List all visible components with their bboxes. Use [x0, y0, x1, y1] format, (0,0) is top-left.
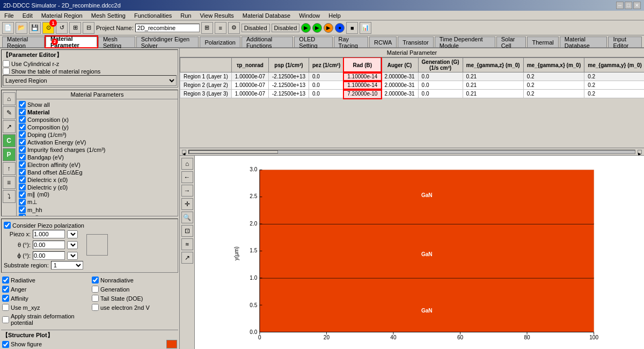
maximize-button[interactable]: □ [625, 2, 632, 9]
mp-item-checkbox-11[interactable] [19, 191, 26, 198]
tab-material-parameter[interactable]: Material Parameter2 [46, 37, 97, 47]
icon-arrow-up-btn[interactable]: ↑ [3, 162, 16, 175]
plot-back-btn[interactable]: ← [181, 171, 193, 183]
menu-item-edit[interactable]: Edit [20, 12, 35, 19]
zoom-button[interactable]: ⊞ [69, 22, 81, 34]
run-button-3[interactable]: ▶ [324, 23, 333, 33]
menu-item-material-database[interactable]: Material Database [240, 12, 292, 19]
save-file-button[interactable]: 💾 [29, 22, 41, 34]
phi-select[interactable]: ↕ [67, 252, 78, 260]
menu-item-help[interactable]: Help [326, 12, 343, 19]
menu-item-mesh-setting[interactable]: Mesh Setting [89, 12, 128, 19]
grid-button[interactable]: ⊟ [83, 22, 94, 34]
strain-checkbox[interactable] [2, 316, 9, 323]
mp-item-checkbox-1[interactable] [19, 116, 26, 123]
project-name-input[interactable] [135, 24, 200, 32]
electron-2nd-checkbox[interactable] [92, 304, 99, 311]
tab-schrödinger-eigen-solver[interactable]: Schrödinger Eigen Solver [136, 37, 199, 47]
stop-button[interactable]: ■ [346, 22, 358, 34]
plot-home-btn[interactable]: ⌂ [181, 158, 193, 170]
plot-zoom-btn[interactable]: 🔍 [181, 212, 193, 223]
mp-item-checkbox-3[interactable] [19, 131, 26, 138]
disabled-button-2[interactable]: Disabled [272, 24, 300, 32]
theta-input[interactable] [33, 241, 65, 249]
scroll-left-btn[interactable]: ◂ [182, 150, 186, 154]
menu-item-run[interactable]: Run [178, 12, 193, 19]
phi-input[interactable] [33, 251, 65, 260]
table-row[interactable]: Region 1 (Layer 1)1.00000e-07-2.12500e+1… [180, 72, 645, 81]
tab-mesh-setting[interactable]: Mesh Setting [98, 37, 135, 47]
icon-export-btn[interactable]: ⤵ [3, 190, 16, 203]
tab-additional-functions[interactable]: Additional Functions [241, 37, 293, 47]
refresh-button[interactable]: ↺ [56, 22, 68, 34]
icon-pencil-btn[interactable]: ✎ [3, 106, 16, 119]
tab-solar-cell[interactable]: Solar Cell [496, 37, 526, 47]
region-select[interactable]: Layered Region [3, 75, 177, 86]
anger-checkbox[interactable] [2, 286, 9, 293]
show-all-checkbox[interactable] [19, 101, 26, 108]
piezo-x-input[interactable] [33, 230, 65, 238]
plot-lines-btn[interactable]: ≋ [181, 238, 193, 250]
menu-item-material-region[interactable]: Material Region [39, 12, 85, 19]
new-file-button[interactable]: 📄 [2, 22, 14, 34]
scroll-track[interactable] [188, 150, 635, 154]
chart-button[interactable]: 📊 [360, 22, 371, 34]
tab-rcwa[interactable]: RCWA [369, 37, 397, 47]
radiative-checkbox[interactable] [2, 277, 9, 283]
tab-time-dependent-module[interactable]: Time Dependent Module [435, 37, 495, 47]
close-button[interactable]: ✕ [633, 2, 641, 9]
piezo-x-select[interactable]: ↕ [67, 230, 78, 238]
icon-layers-btn[interactable]: ≡ [3, 176, 16, 189]
grid2-button[interactable]: ⊞ [201, 22, 213, 34]
tab-material-database[interactable]: Material Database [560, 37, 608, 47]
mp-item-checkbox-13[interactable] [19, 206, 26, 213]
mp-item-checkbox-7[interactable] [19, 161, 26, 168]
mp-item-checkbox-8[interactable] [19, 169, 26, 176]
mp-item-checkbox-5[interactable] [19, 146, 26, 153]
tab-input-editor[interactable]: Input Editor [608, 37, 642, 47]
nonradiative-checkbox[interactable] [92, 277, 99, 283]
show-figure-button[interactable] [166, 340, 177, 348]
icon-forward-btn[interactable]: ↗ [3, 120, 16, 133]
mp-item-checkbox-4[interactable] [19, 139, 26, 146]
mp-item-checkbox-2[interactable] [19, 123, 26, 130]
horizontal-scrollbar[interactable]: ◂ ▸ [180, 148, 644, 155]
mp-item-checkbox-6[interactable] [19, 154, 26, 161]
scroll-thumb[interactable] [189, 150, 278, 154]
menu-item-view-results[interactable]: View Results [197, 12, 236, 19]
use-cylindrical-checkbox[interactable] [3, 60, 10, 67]
menu-item-functionalities[interactable]: Functionalities [132, 12, 174, 19]
plot-plus-btn[interactable]: ✛ [181, 198, 193, 210]
icon-home-btn[interactable]: ⌂ [3, 92, 16, 105]
minimize-button[interactable]: ─ [616, 2, 624, 9]
mp-item-checkbox-14[interactable] [19, 214, 26, 216]
show-figure-checkbox[interactable] [2, 341, 9, 348]
run-button-2[interactable]: ▶ [312, 23, 322, 33]
generation-checkbox[interactable] [92, 286, 99, 293]
icon-material-p-btn[interactable]: P [3, 148, 16, 161]
tail-state-checkbox[interactable] [92, 295, 99, 302]
run-button-4[interactable]: ● [335, 23, 345, 33]
tab-thermal[interactable]: Thermal [527, 37, 558, 47]
mp-item-checkbox-9[interactable] [19, 176, 26, 183]
disabled-button-1[interactable]: Disabled [241, 24, 270, 32]
run-button-1[interactable]: ▶ [301, 23, 311, 33]
tab-transistor[interactable]: Transistor [398, 37, 434, 47]
substrate-select[interactable]: 1 [51, 261, 83, 270]
icon-material-c-btn[interactable]: C [3, 134, 16, 147]
mp-item-checkbox-10[interactable] [19, 184, 26, 191]
scroll-right-btn[interactable]: ▸ [638, 150, 642, 154]
settings-button[interactable]: ⚙ [228, 22, 240, 34]
list-button[interactable]: ≡ [215, 22, 226, 34]
plot-forward-btn[interactable]: → [181, 185, 193, 197]
mp-item-checkbox-0[interactable] [19, 108, 26, 115]
open-file-button[interactable]: 📂 [16, 22, 27, 34]
menu-item-window[interactable]: Window [297, 12, 322, 19]
plot-zoombox-btn[interactable]: ⊡ [181, 225, 193, 237]
menu-item-file[interactable]: File [2, 12, 16, 19]
table-row[interactable]: Region 3 (Layer 3)1.00000e-07-2.12500e+1… [180, 90, 645, 98]
tab-polarization[interactable]: Polarization [200, 37, 240, 47]
use-mxyz-checkbox[interactable] [2, 304, 9, 311]
table-row[interactable]: Region 2 (Layer 2)1.00000e-07-2.12500e+1… [180, 81, 645, 90]
tab-material-region[interactable]: Material Region [2, 37, 45, 47]
